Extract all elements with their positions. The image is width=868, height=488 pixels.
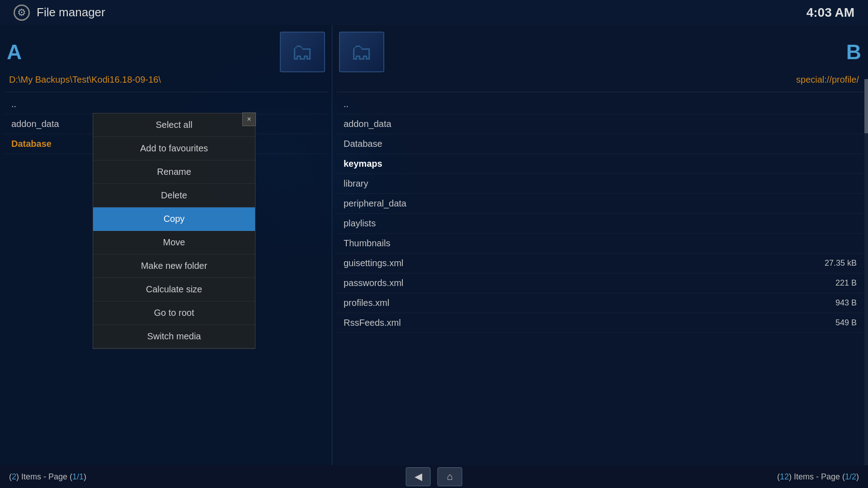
- menu-item-move[interactable]: Move: [93, 231, 255, 254]
- file-size: 221 B: [835, 278, 857, 288]
- app-title: File manager: [37, 5, 105, 19]
- file-name: playlists: [344, 218, 376, 229]
- panel-left-path: D:\My Backups\Test\Kodi16.18-09-16\: [0, 72, 332, 89]
- main-area: A 🗂 D:\My Backups\Test\Kodi16.18-09-16\ …: [0, 25, 868, 465]
- list-item[interactable]: passwords.xml 221 B: [337, 273, 863, 293]
- file-size: 943 B: [835, 298, 857, 308]
- context-menu: × Select all Add to favourites Rename De…: [93, 113, 255, 349]
- back-button[interactable]: ◀: [406, 467, 431, 486]
- right-items-info: (12) Items - Page (1/2): [777, 472, 859, 482]
- menu-item-select-all[interactable]: Select all: [93, 113, 255, 137]
- panel-right-folder-icon: 🗂: [339, 32, 384, 72]
- separator: [337, 92, 863, 92]
- file-name: keymaps: [344, 159, 382, 169]
- panel-right-file-list: .. addon_data Database keymaps library p…: [332, 94, 868, 465]
- panel-left-folder-icon: 🗂: [280, 32, 325, 72]
- context-menu-close-button[interactable]: ×: [242, 113, 256, 126]
- panel-right-header: 🗂 B: [332, 25, 868, 72]
- panel-left: A 🗂 D:\My Backups\Test\Kodi16.18-09-16\ …: [0, 25, 332, 465]
- file-name: peripheral_data: [344, 198, 406, 209]
- list-item[interactable]: keymaps: [337, 154, 863, 174]
- scrollbar-thumb[interactable]: [864, 79, 868, 133]
- file-name: Database: [11, 139, 52, 149]
- bottom-nav: ◀ ⌂: [406, 467, 462, 486]
- left-item-count: 2: [12, 472, 16, 481]
- gear-icon: [14, 5, 30, 21]
- file-name: addon_data: [11, 119, 59, 129]
- panel-right-path: special://profile/: [332, 72, 868, 89]
- panel-right-letter: B: [846, 42, 861, 62]
- list-item[interactable]: Database: [337, 134, 863, 154]
- menu-item-make-new-folder[interactable]: Make new folder: [93, 254, 255, 278]
- top-bar: File manager 4:03 AM: [0, 0, 868, 25]
- app-info: File manager: [14, 5, 105, 21]
- file-name: addon_data: [344, 119, 392, 129]
- file-name: Database: [344, 139, 382, 149]
- file-name: ..: [344, 99, 349, 109]
- right-item-count: 12: [780, 472, 789, 481]
- list-item[interactable]: ..: [337, 94, 863, 114]
- file-name: guisettings.xml: [344, 258, 403, 268]
- right-page-info: 1/2: [845, 472, 856, 481]
- left-page-info: 1/1: [72, 472, 84, 481]
- menu-item-switch-media[interactable]: Switch media: [93, 325, 255, 348]
- list-item[interactable]: Thumbnails: [337, 234, 863, 253]
- file-name: library: [344, 178, 368, 189]
- panel-right: 🗂 B special://profile/ .. addon_data Dat…: [332, 25, 868, 465]
- list-item[interactable]: peripheral_data: [337, 194, 863, 214]
- menu-item-calculate-size[interactable]: Calculate size: [93, 278, 255, 301]
- menu-item-copy[interactable]: Copy: [93, 207, 255, 231]
- left-items-info: (2) Items - Page (1/1): [9, 472, 86, 482]
- list-item[interactable]: profiles.xml 943 B: [337, 293, 863, 313]
- menu-item-add-to-favourites[interactable]: Add to favourites: [93, 137, 255, 160]
- list-item[interactable]: addon_data: [337, 114, 863, 134]
- list-item[interactable]: guisettings.xml 27.35 kB: [337, 253, 863, 273]
- list-item[interactable]: library: [337, 174, 863, 194]
- panel-left-header: A 🗂: [0, 25, 332, 72]
- list-item[interactable]: RssFeeds.xml 549 B: [337, 313, 863, 333]
- file-size: 27.35 kB: [825, 258, 857, 268]
- bottom-bar: (2) Items - Page (1/1) ◀ ⌂ (12) Items - …: [0, 465, 868, 488]
- file-size: 549 B: [835, 318, 857, 328]
- clock: 4:03 AM: [807, 5, 854, 20]
- list-item[interactable]: ..: [5, 94, 327, 114]
- menu-item-rename[interactable]: Rename: [93, 160, 255, 184]
- file-name: ..: [11, 99, 16, 109]
- separator: [5, 92, 327, 92]
- panel-left-letter: A: [7, 42, 22, 62]
- scrollbar[interactable]: [864, 79, 868, 465]
- menu-item-go-to-root[interactable]: Go to root: [93, 301, 255, 325]
- file-name: profiles.xml: [344, 298, 389, 308]
- list-item[interactable]: playlists: [337, 214, 863, 234]
- menu-item-delete[interactable]: Delete: [93, 184, 255, 207]
- file-name: passwords.xml: [344, 278, 403, 288]
- file-name: Thumbnails: [344, 238, 390, 249]
- home-button[interactable]: ⌂: [438, 467, 462, 486]
- file-name: RssFeeds.xml: [344, 318, 401, 328]
